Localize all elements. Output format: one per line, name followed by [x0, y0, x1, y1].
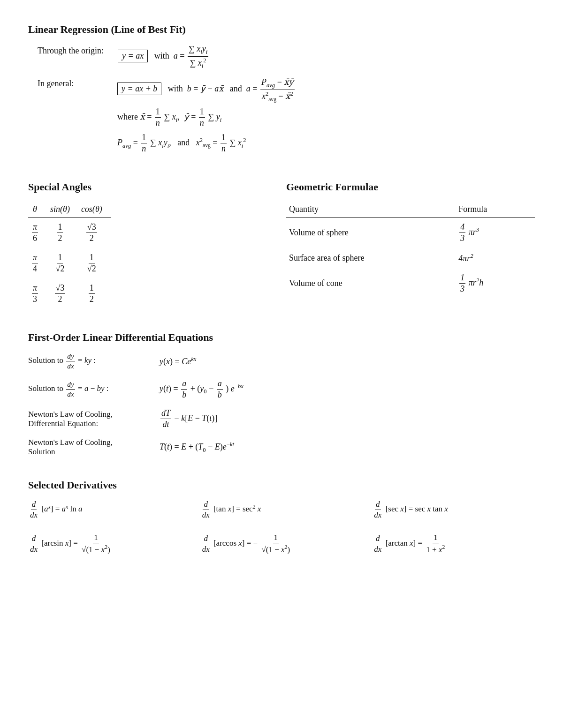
special-angles-title: Special Angles	[28, 181, 277, 193]
geo-quantity-3: Volume of cone	[286, 268, 456, 299]
geo-col-formula: Formula	[456, 202, 535, 218]
in-general-formula: y = ax + b with b = ȳ − ax̄ and a = Pavg…	[117, 77, 535, 158]
special-angles-table: θ sin(θ) cos(θ) π6 12 √32	[28, 202, 111, 309]
angle-cos-1: √32	[78, 218, 111, 248]
angles-col-theta: θ	[28, 202, 47, 218]
table-row: Volume of cone 13 πr2h	[286, 268, 535, 299]
through-origin-label: Through the origin:	[38, 44, 104, 56]
table-row: Volume of sphere 43 πr3	[286, 218, 535, 248]
table-row: Surface area of sphere 4πr2	[286, 248, 535, 268]
geo-formula-1: 43 πr3	[456, 218, 535, 248]
boxed-formula-1: y = ax	[118, 50, 148, 62]
angle-sin-3: √32	[47, 278, 78, 309]
geometric-formulae-subsection: Geometric Formulae Quantity Formula Volu…	[286, 181, 535, 299]
derivatives-title: Selected Derivatives	[28, 479, 535, 491]
special-angles-subsection: Special Angles θ sin(θ) cos(θ) π6	[28, 181, 277, 309]
de-formula-3: dTdt = k[E − T(t)]	[160, 408, 535, 429]
deriv-item-2: ddx [tan x] = sec2 x	[200, 500, 363, 520]
angles-col-cos: cos(θ)	[78, 202, 111, 218]
angle-sin-2: 1√2	[47, 248, 78, 278]
geo-formula-2: 4πr2	[456, 248, 535, 268]
linear-regression-section: Linear Regression (Line of Best Fit) Thr…	[28, 23, 535, 158]
de-formula-4: T(t) = E + (T0 − E)e−kt	[160, 441, 535, 454]
de-label-2: Solution to dydx = a − by :	[28, 380, 150, 398]
angle-theta-3: π3	[28, 278, 47, 309]
geo-quantity-2: Surface area of sphere	[286, 248, 456, 268]
deriv-item-5: ddx [arccos x] = − 1 √(1 − x2)	[200, 533, 363, 555]
in-general-label: In general:	[38, 77, 103, 89]
derivatives-section: Selected Derivatives ddx [ax] = ax ln a …	[28, 479, 535, 555]
table-row: π4 1√2 1√2	[28, 248, 111, 278]
angle-theta-1: π6	[28, 218, 47, 248]
deriv-item-6: ddx [arctan x] = 1 1 + x2	[372, 533, 535, 555]
deriv-item-4: ddx [arcsin x] = 1 √(1 − x2)	[28, 533, 191, 555]
through-origin-formula: y = ax with a = ∑ xiyi ∑ xi2	[118, 44, 535, 69]
de-formula-1: y(x) = Cekx	[160, 356, 535, 367]
de-formula-2: y(t) = ab + (y0 − ab ) e−bx	[160, 379, 535, 400]
deriv-item-1: ddx [ax] = ax ln a	[28, 500, 191, 520]
table-row: π3 √32 12	[28, 278, 111, 309]
angle-cos-2: 1√2	[78, 248, 111, 278]
de-row-2: Solution to dydx = a − by : y(t) = ab + …	[28, 379, 535, 400]
geometric-formulae-title: Geometric Formulae	[286, 181, 535, 193]
deriv-item-3: ddx [sec x] = sec x tan x	[372, 500, 535, 520]
table-row: π6 12 √32	[28, 218, 111, 248]
geo-col-quantity: Quantity	[286, 202, 456, 218]
de-row-4: Newton's Law of Cooling,Solution T(t) = …	[28, 438, 535, 457]
differential-equations-section: First-Order Linear Differential Equation…	[28, 331, 535, 457]
de-label-4: Newton's Law of Cooling,Solution	[28, 438, 150, 457]
de-label-3: Newton's Law of Cooling,Differential Equ…	[28, 410, 150, 428]
de-row-1: Solution to dydx = ky : y(x) = Cekx	[28, 352, 535, 370]
angle-theta-2: π4	[28, 248, 47, 278]
angle-cos-3: 12	[78, 278, 111, 309]
de-row-3: Newton's Law of Cooling,Differential Equ…	[28, 408, 535, 429]
differential-equations-title: First-Order Linear Differential Equation…	[28, 331, 535, 344]
derivatives-grid: ddx [ax] = ax ln a ddx [tan x] = sec2 x …	[28, 500, 535, 555]
angle-sin-1: 12	[47, 218, 78, 248]
de-label-1: Solution to dydx = ky :	[28, 352, 150, 370]
geo-quantity-1: Volume of sphere	[286, 218, 456, 248]
geometric-formulae-table: Quantity Formula Volume of sphere 43 πr3…	[286, 202, 535, 299]
angles-and-geometry-section: Special Angles θ sin(θ) cos(θ) π6	[28, 181, 535, 309]
geo-formula-3: 13 πr2h	[456, 268, 535, 299]
linear-regression-title: Linear Regression (Line of Best Fit)	[28, 23, 535, 36]
angles-col-sin: sin(θ)	[47, 202, 78, 218]
